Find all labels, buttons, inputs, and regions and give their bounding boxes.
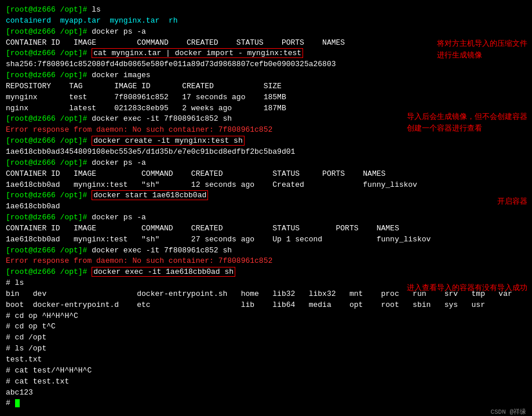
- line-30: # cd op t^C: [6, 321, 526, 332]
- line-7: [root@dz666 /opt]# docker images: [6, 70, 526, 81]
- ps-header-2: CONTAINER ID IMAGE COMMAND CREATED STATU…: [6, 169, 526, 180]
- ps-header-3: CONTAINER ID IMAGE COMMAND CREATED STATU…: [6, 223, 526, 234]
- line-20: [root@dz666 /opt]# docker ps -a: [6, 212, 526, 223]
- line-19: 1ae618cbb0ad: [6, 201, 526, 212]
- line-15: [root@dz666 /opt]# docker ps -a: [6, 158, 526, 169]
- line-2: containerd myapp.tar mynginx.tar rh: [6, 16, 526, 27]
- line-14: 1ae618cbb0ad3454809108ebc553e5/d1d35b/e7…: [6, 147, 526, 158]
- line-31: # cd /opt: [6, 332, 526, 343]
- line-24: Error response from daemon: No such cont…: [6, 256, 526, 267]
- ps-row-created: 1ae618cbb0ad mynginx:test "sh" 12 second…: [6, 180, 526, 191]
- highlight-import: cat mynginx.tar | docker import - myngin…: [92, 48, 303, 58]
- line-25: [root@dz666 /opt]# docker exec -it 1ae61…: [6, 267, 526, 278]
- annotation-4: 进入查看导入的容器有没有导入成功: [407, 283, 527, 294]
- line-1: [root@dz666 /opt]# ls: [6, 5, 526, 16]
- terminal-cursor: [15, 399, 20, 407]
- line-18: [root@dz666 /opt]# docker start 1ae618cb…: [6, 190, 526, 201]
- annotation-1: 将对方主机导入的压缩文件进行生成镜像: [437, 38, 527, 61]
- terminal: [root@dz666 /opt]# ls containerd myapp.t…: [6, 5, 526, 409]
- line-33: test.txt: [6, 354, 526, 366]
- annotation-2: 导入后会生成镜像，但不会创建容器创建一个容器进行查看: [407, 111, 527, 134]
- line-32: # ls /opt: [6, 343, 526, 354]
- ps-row-up: 1ae618cbb0ad mynginx:test "sh" 27 second…: [6, 234, 526, 245]
- cmd-1: ls: [92, 5, 101, 14]
- images-header: REPOSITORY TAG IMAGE ID CREATED SIZE: [6, 81, 526, 92]
- highlight-create: docker create -it mynginx:test sh: [92, 136, 244, 146]
- line-34: # cat test/^H^H^H^C: [6, 366, 526, 377]
- annotation-3: 开启容器: [497, 196, 527, 208]
- highlight-exec: docker exec -it 1ae618cbb0ad sh: [92, 267, 235, 277]
- highlight-start: docker start 1ae618cbb0ad: [92, 190, 208, 200]
- line-6: sha256:7f808961c852080fd4db0865e580fe011…: [6, 59, 526, 70]
- watermark: CSDN @祥缘: [490, 408, 526, 416]
- line-3: [root@dz666 /opt]# docker ps -a: [6, 27, 526, 38]
- ls-row-2: boot docker-entrypoint.d etc lib lib64 m…: [6, 300, 526, 311]
- images-row-1: mynginx test 7f808961c852 17 seconds ago…: [6, 92, 526, 103]
- line-35: # cat test.txt: [6, 377, 526, 388]
- prompt-1: [root@dz666 /opt]#: [6, 5, 92, 14]
- cursor-line: #: [6, 398, 526, 409]
- line-13: [root@dz666 /opt]# docker create -it myn…: [6, 136, 526, 147]
- line-23: [root@dz666 /opt]# docker exec -it 7f808…: [6, 245, 526, 256]
- line-36: abc123: [6, 388, 526, 399]
- line-29: # cd op ^H^H^H^C: [6, 311, 526, 322]
